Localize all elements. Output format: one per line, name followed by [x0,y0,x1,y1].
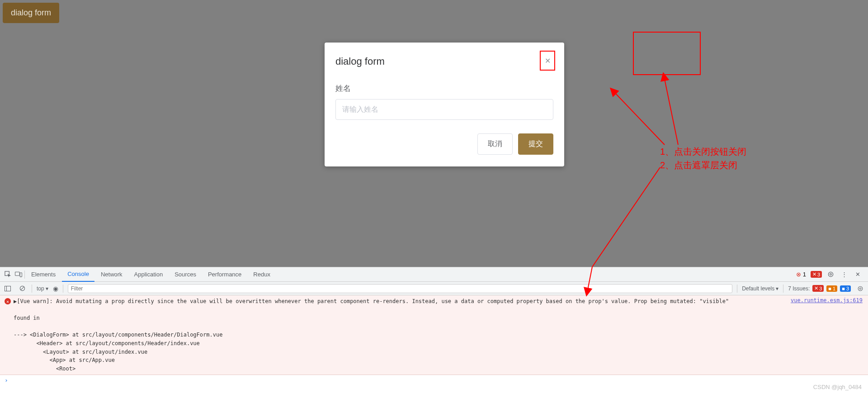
console-log-area: vue.runtime.esm.js:619 ✕ ▶[Vue warn]: Av… [0,295,868,375]
dialog-header: dialog form ✕ [325,43,564,71]
console-settings-icon[interactable] [855,284,865,294]
separator [32,285,32,293]
console-error-message: ▶[Vue warn]: Avoid mutating a prop direc… [14,297,863,373]
watermark: CSDN @jqh_0484 [813,384,862,390]
separator [63,285,63,293]
name-input[interactable] [335,99,553,120]
submit-button[interactable]: 提交 [518,133,553,155]
svg-line-2 [592,167,660,267]
issues-summary[interactable]: 7 Issues: ✕ 3 ■ 1 ■ 3 [788,285,851,292]
log-levels-selector[interactable]: Default levels ▾ [742,285,778,292]
tab-performance[interactable]: Performance [203,267,247,282]
annotation-line-2: 2、点击遮罩层关闭 [660,158,746,172]
tab-application[interactable]: Application [129,267,169,282]
issues-error-badge: ✕ 3 [812,285,824,292]
open-dialog-button[interactable]: dialog form [3,3,59,23]
tab-network[interactable]: Network [95,267,128,282]
console-prompt[interactable]: › [0,375,868,385]
dialog-body: 姓名 [325,71,564,126]
tab-redux[interactable]: Redux [248,267,276,282]
svg-point-13 [859,288,861,290]
issues-info-badge: ■ 3 [840,285,851,292]
issues-warn-badge: ■ 1 [826,285,837,292]
separator [783,285,783,293]
dialog-title: dialog form [335,56,385,67]
svg-rect-5 [20,273,22,277]
console-filterbar: top ▾ ◉ Default levels ▾ 7 Issues: ✕ 3 ■… [0,282,868,295]
devtools: Elements Console Network Application Sou… [0,267,868,385]
console-error-row[interactable]: ✕ ▶[Vue warn]: Avoid mutating a prop dir… [0,295,868,375]
inspect-icon[interactable] [3,270,13,280]
warn-count-badge[interactable]: ✕ 3 [811,271,822,278]
annotation-overlay-rect [633,32,701,75]
svg-rect-4 [15,272,19,275]
console-filter-input[interactable] [68,284,732,293]
dialog-footer: 取消 提交 [325,126,564,166]
svg-point-12 [858,286,863,291]
devtools-tabbar: Elements Console Network Application Sou… [0,267,868,282]
svg-line-0 [615,93,665,145]
close-icon: ✕ [545,57,551,65]
separator [737,285,737,293]
tab-sources[interactable]: Sources [169,267,202,282]
svg-point-6 [828,272,833,276]
tab-console[interactable]: Console [62,267,94,282]
dialog-mask[interactable]: dialog form dialog form ✕ 姓名 取消 提交 1、点击关… [0,0,868,267]
annotation-text: 1、点击关闭按钮关闭 2、点击遮罩层关闭 [660,145,746,172]
close-devtools-icon[interactable]: ✕ [853,270,863,280]
dialog: dialog form ✕ 姓名 取消 提交 [325,43,564,166]
svg-rect-8 [5,286,11,291]
svg-line-1 [665,79,678,145]
context-selector[interactable]: top ▾ [37,285,48,292]
clear-console-icon[interactable] [17,284,27,294]
devtools-right-controls: ⊗ 1 ✕ 3 ⋮ ✕ [796,270,865,280]
svg-point-7 [830,274,831,275]
live-expression-icon[interactable]: ◉ [53,285,58,292]
name-label: 姓名 [335,83,553,94]
device-toggle-icon[interactable] [14,270,24,280]
more-icon[interactable]: ⋮ [839,270,849,280]
svg-line-11 [20,287,24,290]
annotation-line-1: 1、点击关闭按钮关闭 [660,145,746,158]
error-icon: ✕ [5,298,11,304]
separator [24,271,25,279]
sidebar-toggle-icon[interactable] [3,284,13,294]
dialog-close-button[interactable]: ✕ [540,51,555,71]
chevron-down-icon: ▾ [776,285,778,292]
error-count-badge[interactable]: ⊗ 1 [796,271,806,278]
tab-elements[interactable]: Elements [26,267,61,282]
settings-icon[interactable] [826,270,835,280]
console-source-link[interactable]: vue.runtime.esm.js:619 [791,297,863,304]
chevron-down-icon: ▾ [46,285,48,292]
cancel-button[interactable]: 取消 [477,133,513,155]
